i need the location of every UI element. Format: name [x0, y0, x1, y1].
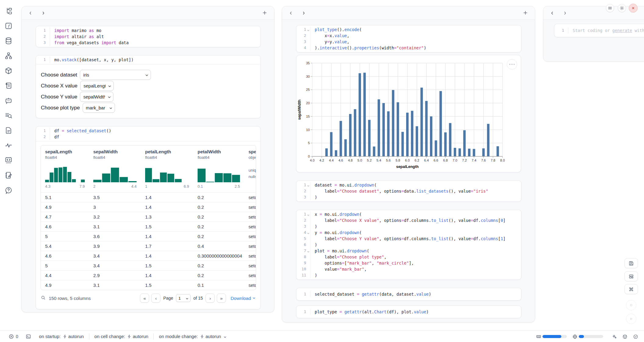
code-line[interactable]: 1Start coding or generate with — [554, 27, 644, 34]
stop-button[interactable] — [626, 300, 636, 310]
code-line[interactable]: 1x = mo.ui.dropdown( — [296, 211, 521, 217]
code-line[interactable]: 2 label="Choose dataset", options=data.l… — [296, 188, 521, 194]
scroll-icon[interactable] — [4, 81, 13, 90]
fold-chevron-icon[interactable] — [307, 249, 310, 252]
chevron-left-icon[interactable] — [28, 10, 33, 16]
code-line[interactable]: 1df = selected_dataset() — [36, 128, 260, 134]
download-button[interactable]: Download — [231, 296, 256, 301]
altair-chart-output[interactable]: 4.04.24.44.64.85.05.25.45.65.86.06.26.46… — [296, 55, 521, 173]
search-list-icon[interactable] — [4, 111, 13, 120]
database-icon[interactable] — [4, 37, 13, 45]
code-cell-dataframe[interactable]: 1df = selected_dataset()2df sepalLengthf… — [36, 126, 261, 309]
choose-dataset-select[interactable]: iris — [80, 70, 151, 80]
code-line[interactable]: 7plot = mo.ui.dropdown( — [296, 248, 521, 254]
table-row[interactable]: 5.43.91.70.4setosa — [41, 241, 256, 251]
code-line[interactable]: 11) — [296, 272, 521, 278]
code-line[interactable]: 1dataset = mo.ui.dropdown( — [296, 182, 521, 188]
fold-chevron-icon[interactable] — [307, 183, 310, 186]
menu-icon[interactable] — [606, 4, 614, 12]
table-row[interactable]: 4.63.41.40.3000000000000004setosa — [41, 251, 256, 261]
next-page-button[interactable]: › — [206, 294, 215, 303]
function-square-icon[interactable]: f — [4, 22, 13, 30]
code-line[interactable]: 1mo.vstack([dataset, x, y, plot]) — [36, 57, 260, 63]
code-line[interactable]: 1selected_dataset = getattr(data, datase… — [296, 291, 521, 297]
code-cell-vstack[interactable]: 1mo.vstack([dataset, x, y, plot]) Choose… — [36, 55, 261, 118]
save-button[interactable] — [624, 258, 638, 268]
code-line[interactable]: 3) — [296, 194, 521, 200]
first-page-button[interactable]: « — [140, 294, 149, 303]
chevron-right-icon[interactable] — [562, 10, 568, 16]
errors-icon[interactable] — [9, 334, 14, 339]
column-header-sepalLength[interactable]: sepalLengthfloat644.37.9 — [41, 145, 89, 192]
package-icon[interactable] — [4, 66, 13, 75]
fold-chevron-icon[interactable] — [307, 231, 310, 234]
code-line[interactable]: 5 label="Choose Y value", options=df.col… — [296, 236, 521, 242]
code-line[interactable]: 4y = mo.ui.dropdown( — [296, 230, 521, 236]
code-line[interactable]: 9 options=["mark_bar", "mark_circle"], — [296, 260, 521, 266]
table-row[interactable]: 53.61.40.2setosa — [41, 231, 256, 241]
code-line[interactable]: 2import altair as alt — [36, 34, 260, 40]
help-icon[interactable] — [4, 186, 13, 194]
chevron-right-icon[interactable] — [41, 10, 46, 16]
page-select[interactable]: 1 — [176, 294, 191, 302]
column-header-species[interactable]: speciesobjectunique:nulls: — [244, 145, 256, 192]
command-palette-button[interactable] — [624, 284, 638, 294]
code-line[interactable]: 2 label="Choose X value", options=df.col… — [296, 217, 521, 223]
search-icon[interactable] — [41, 295, 46, 301]
code-line[interactable]: 1import marimo as mo — [36, 27, 260, 34]
code-line[interactable]: 10 value="mark_bar", — [296, 266, 521, 272]
chevron-right-icon[interactable] — [301, 10, 306, 16]
last-page-button[interactable]: » — [217, 294, 226, 303]
code-line[interactable]: 1plot_type = getattr(alt.Chart(df), plot… — [296, 309, 521, 315]
table-row[interactable]: 5.13.51.40.2setosa — [41, 192, 256, 202]
code-line[interactable]: 3 y=y.value, — [296, 39, 521, 45]
fold-chevron-icon[interactable] — [307, 212, 310, 216]
close-icon[interactable] — [629, 4, 638, 12]
assistant-robot-icon[interactable] — [622, 334, 628, 339]
chat-assistant-icon[interactable] — [4, 96, 13, 105]
code-cell-plot-type[interactable]: 1plot_type = getattr(alt.Chart(df), plot… — [296, 305, 521, 318]
column-header-sepalWidth[interactable]: sepalWidthfloat6424.4 — [89, 145, 141, 192]
table-row[interactable]: 4.931.40.2setosa — [41, 202, 256, 212]
code-line[interactable]: 3from vega_datasets import data — [36, 40, 260, 46]
autorun-config-item[interactable]: on startup:autorun — [39, 334, 84, 339]
table-row[interactable]: 4.42.91.40.2setosa — [41, 270, 256, 280]
choose-y-value-select[interactable]: sepalWidth — [80, 92, 113, 102]
document-icon[interactable] — [4, 126, 13, 135]
code-cell-empty[interactable]: 1Start coding or generate with — [554, 24, 644, 37]
code-line[interactable]: 2 x=x.value, — [296, 33, 521, 39]
prev-page-button[interactable]: ‹ — [151, 294, 160, 303]
code-line[interactable]: 4).interactive().properties(width="conta… — [296, 45, 521, 51]
code-line[interactable]: 6) — [296, 242, 521, 248]
table-row[interactable]: 4.93.11.50.1setosa — [41, 280, 256, 290]
code-line[interactable]: 3) — [296, 223, 521, 230]
add-cell-icon[interactable] — [262, 10, 268, 16]
gear-icon[interactable] — [618, 4, 626, 12]
dependency-graph-icon[interactable] — [4, 52, 13, 60]
add-cell-icon[interactable] — [523, 10, 529, 16]
run-button[interactable] — [626, 314, 636, 324]
choose-plot-type-select[interactable]: mark_bar — [83, 103, 115, 113]
table-row[interactable]: 4.73.21.30.2setosa — [41, 212, 256, 222]
chart-menu-icon[interactable] — [507, 59, 517, 69]
code-line[interactable]: 2df — [36, 134, 260, 140]
file-tree-icon[interactable] — [4, 7, 13, 15]
table-row[interactable]: 53.41.50.2setosa — [41, 261, 256, 270]
connection-check-icon[interactable] — [633, 334, 638, 339]
column-header-petalLength[interactable]: petalLengthfloat6416.9 — [141, 145, 193, 192]
chevron-left-icon[interactable] — [549, 10, 555, 16]
chevron-left-icon[interactable] — [288, 10, 294, 16]
code-cell-imports[interactable]: 1import marimo as mo2import altair as al… — [36, 26, 261, 47]
fold-chevron-icon[interactable] — [307, 28, 310, 31]
code-snippets-icon[interactable] — [4, 156, 13, 165]
terminal-icon[interactable] — [26, 334, 31, 339]
activity-icon[interactable] — [4, 141, 13, 150]
table-row[interactable]: 4.63.11.50.2setosa — [41, 222, 256, 231]
choose-x-value-select[interactable]: sepalLength — [80, 81, 114, 91]
column-header-petalWidth[interactable]: petalWidthfloat640.12.5 — [193, 145, 244, 192]
scratchpad-icon[interactable] — [4, 171, 13, 180]
code-cell-dataset-dropdown[interactable]: 1dataset = mo.ui.dropdown(2 label="Choos… — [296, 180, 521, 202]
autorun-config-item[interactable]: on cell change:autorun — [95, 334, 148, 339]
code-cell-selected-dataset[interactable]: 1selected_dataset = getattr(data, datase… — [296, 288, 521, 301]
layout-button[interactable] — [624, 271, 638, 281]
